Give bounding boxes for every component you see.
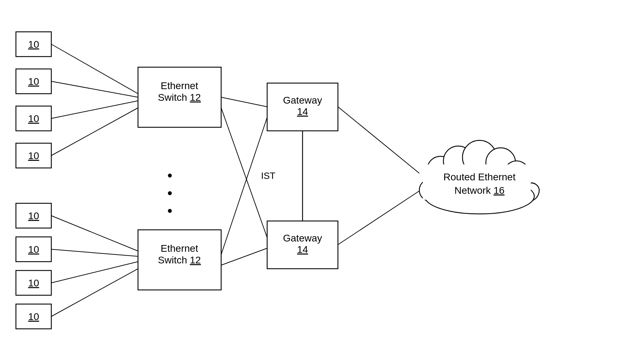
- line-sw1-gw1: [221, 97, 267, 107]
- endpoint-label-5: 10: [28, 210, 39, 221]
- line-ep3-sw1: [51, 101, 138, 118]
- line-ep6-sw2: [51, 249, 138, 256]
- gateway-bottom-label-line2: 14: [297, 244, 308, 255]
- switch-bottom-label-line2: Switch 12: [158, 255, 201, 266]
- cloud-shape: Routed Ethernet Network 16: [419, 140, 539, 214]
- line-gw1-cloud: [338, 107, 419, 173]
- switch-bottom-label-line1: Ethernet: [161, 243, 198, 254]
- line-ep7-sw2: [51, 262, 138, 283]
- gateway-bottom-label-line1: Gateway: [283, 233, 322, 244]
- line-ep2-sw1: [51, 81, 138, 97]
- endpoint-label-1: 10: [28, 39, 39, 50]
- line-gw2-cloud: [338, 191, 419, 245]
- endpoint-label-6: 10: [28, 244, 39, 255]
- ellipsis-dot1: •: [167, 168, 172, 183]
- endpoint-label-3: 10: [28, 113, 39, 124]
- line-sw1-gw2: [221, 108, 267, 238]
- cloud-label-line1: Routed Ethernet: [443, 171, 516, 182]
- endpoint-label-7: 10: [28, 278, 39, 289]
- switch-top-label-line1: Ethernet: [161, 80, 198, 91]
- ist-label: IST: [261, 170, 276, 181]
- line-ep5-sw2: [51, 216, 138, 251]
- endpoint-label-8: 10: [28, 311, 39, 322]
- line-ep4-sw1: [51, 108, 138, 156]
- cloud-label-line2: Network 16: [454, 185, 505, 196]
- line-sw2-gw2: [221, 248, 267, 265]
- ellipsis-dot3: •: [167, 203, 172, 219]
- ellipsis-dot2: •: [167, 185, 172, 201]
- line-ep8-sw2: [51, 269, 138, 316]
- gateway-top-label-line1: Gateway: [283, 95, 322, 106]
- switch-top-label-line2: Switch 12: [158, 92, 201, 103]
- line-ep1-sw1: [51, 44, 138, 94]
- endpoint-label-4: 10: [28, 150, 39, 161]
- network-diagram: 10 10 10 10 Ethernet Switch 12 • • • 10 …: [0, 0, 644, 361]
- gateway-top-label-line2: 14: [297, 106, 308, 117]
- line-sw2-gw1: [221, 117, 267, 255]
- endpoint-label-2: 10: [28, 76, 39, 87]
